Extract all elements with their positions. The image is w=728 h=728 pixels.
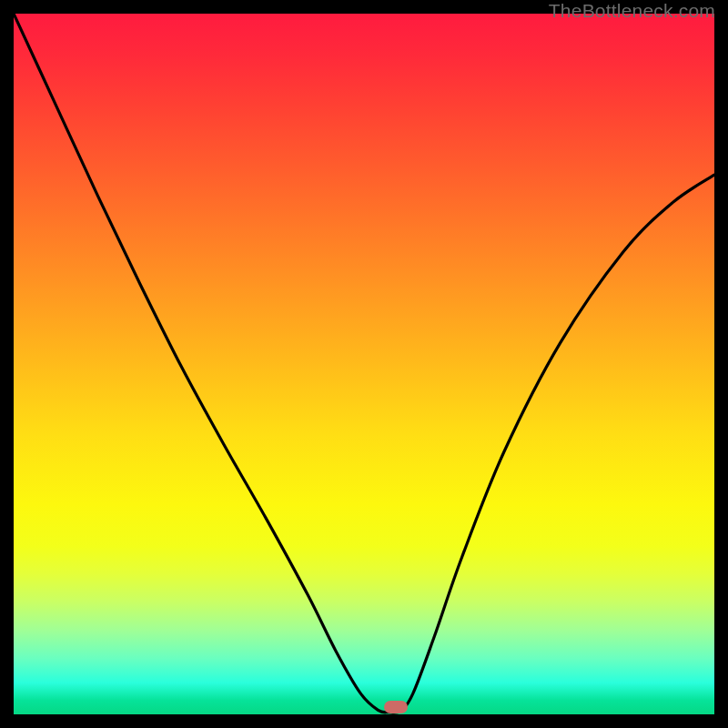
plot-area	[14, 14, 714, 714]
bottleneck-curve	[14, 14, 714, 714]
watermark-text: TheBottleneck.com	[549, 0, 715, 22]
chart-container: TheBottleneck.com	[0, 0, 728, 728]
optimum-marker	[384, 701, 408, 713]
